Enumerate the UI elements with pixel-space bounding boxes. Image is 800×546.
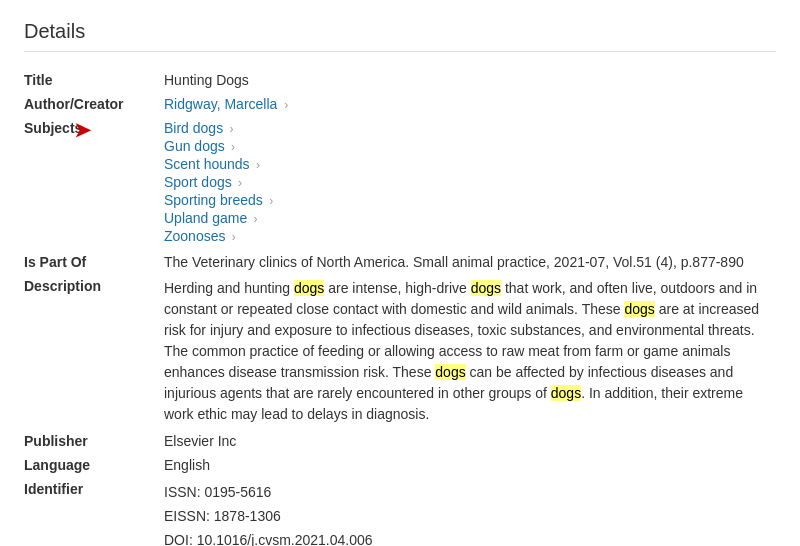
highlighted-word: dogs bbox=[624, 301, 654, 317]
subject-link[interactable]: Scent hounds bbox=[164, 156, 250, 172]
description-label: Description bbox=[24, 274, 164, 429]
subject-link[interactable]: Upland game bbox=[164, 210, 247, 226]
language-row: Language English bbox=[24, 453, 776, 477]
subjects-list: ➤Bird dogs ›Gun dogs ›Scent hounds ›Spor… bbox=[164, 116, 776, 250]
subject-item: Zoonoses › bbox=[164, 228, 768, 244]
subject-chevron: › bbox=[235, 176, 242, 190]
details-table: Title Hunting Dogs Author/Creator Ridgwa… bbox=[24, 68, 776, 546]
subject-chevron: › bbox=[226, 122, 233, 136]
publisher-label: Publisher bbox=[24, 429, 164, 453]
identifier-label: Identifier bbox=[24, 477, 164, 546]
subject-item: Sport dogs › bbox=[164, 174, 768, 190]
subject-item: Upland game › bbox=[164, 210, 768, 226]
highlighted-word: dogs bbox=[294, 280, 324, 296]
subjects-row: Subjects ➤Bird dogs ›Gun dogs ›Scent hou… bbox=[24, 116, 776, 250]
ispartof-label: Is Part Of bbox=[24, 250, 164, 274]
subject-link[interactable]: Bird dogs bbox=[164, 120, 223, 136]
author-chevron: › bbox=[284, 98, 288, 112]
subject-chevron: › bbox=[253, 158, 260, 172]
subject-link[interactable]: Sporting breeds bbox=[164, 192, 263, 208]
description-row: Description Herding and hunting dogs are… bbox=[24, 274, 776, 429]
doi: DOI: 10.1016/j.cvsm.2021.04.006 bbox=[164, 529, 768, 546]
identifier-value: ISSN: 0195-5616 EISSN: 1878-1306 DOI: 10… bbox=[164, 477, 776, 546]
title-label: Title bbox=[24, 68, 164, 92]
subject-item: Sporting breeds › bbox=[164, 192, 768, 208]
subject-chevron: › bbox=[250, 212, 257, 226]
subject-item: Scent hounds › bbox=[164, 156, 768, 172]
subject-item: ➤Bird dogs › bbox=[164, 120, 768, 136]
subject-link[interactable]: Sport dogs bbox=[164, 174, 232, 190]
author-row: Author/Creator Ridgway, Marcella › bbox=[24, 92, 776, 116]
identifier-row: Identifier ISSN: 0195-5616 EISSN: 1878-1… bbox=[24, 477, 776, 546]
author-link[interactable]: Ridgway, Marcella bbox=[164, 96, 277, 112]
language-label: Language bbox=[24, 453, 164, 477]
page-title: Details bbox=[24, 20, 776, 52]
highlighted-word: dogs bbox=[435, 364, 465, 380]
subject-chevron: › bbox=[266, 194, 273, 208]
highlighted-word: dogs bbox=[551, 385, 581, 401]
author-label: Author/Creator bbox=[24, 92, 164, 116]
title-value: Hunting Dogs bbox=[164, 68, 776, 92]
ispartof-row: Is Part Of The Veterinary clinics of Nor… bbox=[24, 250, 776, 274]
issn: ISSN: 0195-5616 bbox=[164, 481, 768, 505]
publisher-value: Elsevier Inc bbox=[164, 429, 776, 453]
subject-chevron: › bbox=[228, 230, 235, 244]
subject-item: Gun dogs › bbox=[164, 138, 768, 154]
subject-link[interactable]: Gun dogs bbox=[164, 138, 225, 154]
red-arrow-icon: ➤ bbox=[74, 118, 91, 142]
ispartof-value: The Veterinary clinics of North America.… bbox=[164, 250, 776, 274]
publisher-row: Publisher Elsevier Inc bbox=[24, 429, 776, 453]
highlighted-word: dogs bbox=[471, 280, 501, 296]
title-row: Title Hunting Dogs bbox=[24, 68, 776, 92]
subject-link[interactable]: Zoonoses bbox=[164, 228, 225, 244]
author-value: Ridgway, Marcella › bbox=[164, 92, 776, 116]
description-value: Herding and hunting dogs are intense, hi… bbox=[164, 274, 776, 429]
language-value: English bbox=[164, 453, 776, 477]
eissn: EISSN: 1878-1306 bbox=[164, 505, 768, 529]
subjects-label: Subjects bbox=[24, 116, 164, 250]
subject-chevron: › bbox=[228, 140, 235, 154]
